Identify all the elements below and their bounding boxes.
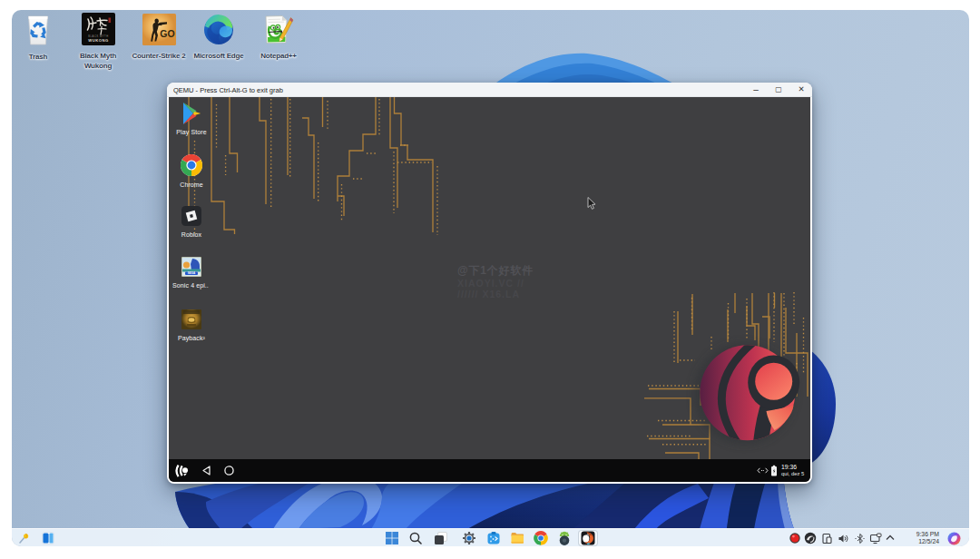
svg-text:WUKONG: WUKONG bbox=[88, 38, 109, 43]
svg-text:GO: GO bbox=[160, 28, 174, 39]
svg-text:SEGA: SEGA bbox=[188, 271, 196, 275]
